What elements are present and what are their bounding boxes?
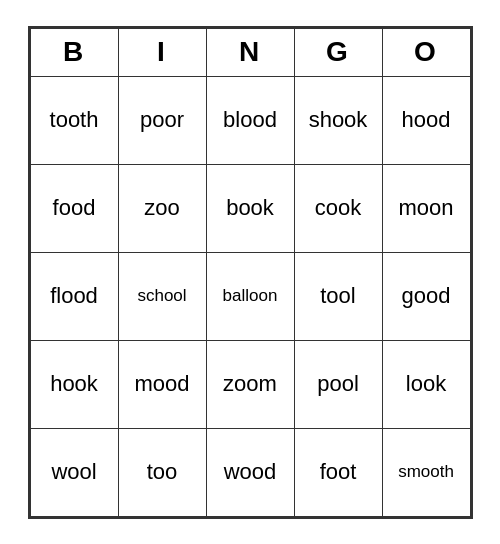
bingo-cell-r3-c0: hook — [30, 340, 118, 428]
bingo-cell-r0-c1: poor — [118, 76, 206, 164]
bingo-cell-r2-c1: school — [118, 252, 206, 340]
bingo-cell-r1-c2: book — [206, 164, 294, 252]
bingo-cell-r1-c3: cook — [294, 164, 382, 252]
bingo-header-I: I — [118, 28, 206, 76]
bingo-header-O: O — [382, 28, 470, 76]
bingo-cell-r0-c4: hood — [382, 76, 470, 164]
bingo-cell-r0-c2: blood — [206, 76, 294, 164]
bingo-header-G: G — [294, 28, 382, 76]
bingo-cell-r3-c4: look — [382, 340, 470, 428]
bingo-cell-r0-c3: shook — [294, 76, 382, 164]
bingo-cell-r4-c3: foot — [294, 428, 382, 516]
bingo-cell-r3-c2: zoom — [206, 340, 294, 428]
bingo-cell-r2-c4: good — [382, 252, 470, 340]
bingo-cell-r4-c2: wood — [206, 428, 294, 516]
bingo-cell-r1-c1: zoo — [118, 164, 206, 252]
bingo-cell-r4-c1: too — [118, 428, 206, 516]
bingo-cell-r2-c3: tool — [294, 252, 382, 340]
bingo-cell-r4-c0: wool — [30, 428, 118, 516]
bingo-header-B: B — [30, 28, 118, 76]
bingo-cell-r2-c2: balloon — [206, 252, 294, 340]
bingo-card: BINGO toothpoorbloodshookhoodfoodzoobook… — [28, 26, 473, 519]
bingo-cell-r3-c3: pool — [294, 340, 382, 428]
bingo-cell-r1-c0: food — [30, 164, 118, 252]
bingo-cell-r4-c4: smooth — [382, 428, 470, 516]
bingo-cell-r0-c0: tooth — [30, 76, 118, 164]
bingo-cell-r3-c1: mood — [118, 340, 206, 428]
bingo-cell-r2-c0: flood — [30, 252, 118, 340]
bingo-cell-r1-c4: moon — [382, 164, 470, 252]
bingo-header-N: N — [206, 28, 294, 76]
